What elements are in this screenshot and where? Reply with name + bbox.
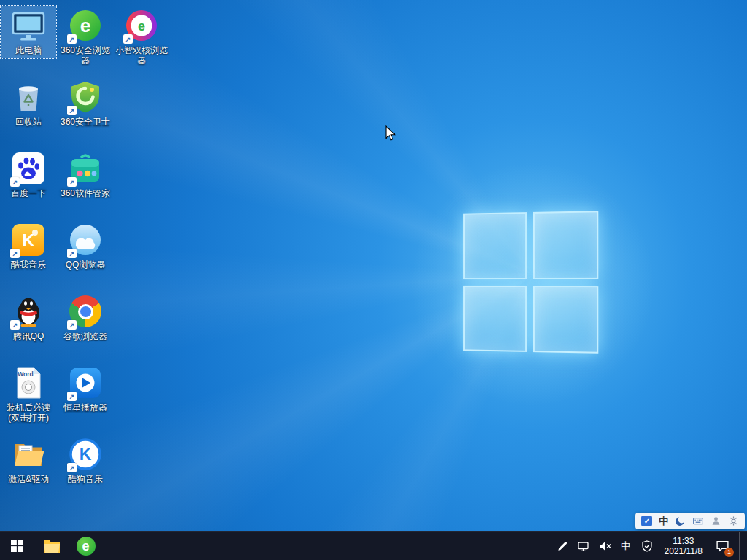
desktop-icon-label: 360安全浏览器 xyxy=(58,45,112,66)
qq-browser-icon: ↗ xyxy=(68,222,103,257)
keyboard-icon[interactable] xyxy=(692,516,704,526)
clock-time: 11:33 xyxy=(665,536,703,546)
desktop-icon-label: 谷歌浏览器 xyxy=(63,331,107,341)
clock-date: 2021/11/8 xyxy=(665,546,703,556)
desktop-icon-360-browser[interactable]: e ↗ 360安全浏览器 xyxy=(58,6,113,69)
volume-muted-icon[interactable] xyxy=(598,540,611,552)
star-player-icon: ↗ xyxy=(68,365,103,400)
shortcut-arrow-icon: ↗ xyxy=(67,177,77,187)
desktop-icon-label: 激活&驱动 xyxy=(8,474,49,484)
tencent-qq-icon: ↗ xyxy=(11,294,46,329)
clock[interactable]: 11:33 2021/11/8 xyxy=(665,536,703,556)
folder-icon xyxy=(11,437,46,472)
desktop-icon-360-safeguard[interactable]: ↗ 360安全卫士 xyxy=(58,77,113,130)
shortcut-arrow-icon: ↗ xyxy=(123,34,133,44)
desktop-icon-label: 恒星播放器 xyxy=(63,402,107,413)
network-icon[interactable] xyxy=(577,540,590,552)
file-explorer-button[interactable] xyxy=(34,532,69,560)
desktop-icon-qq-browser[interactable]: ↗ QQ浏览器 xyxy=(58,220,113,273)
windows-logo-pane xyxy=(463,212,526,279)
desktop[interactable]: 此电脑 回收站 ↗ 百度一下 K ↗ 酷我音乐 ↗ 腾讯QQ Word 装机后必… xyxy=(0,0,747,560)
start-icon xyxy=(11,540,23,552)
shortcut-arrow-icon: ↗ xyxy=(67,392,77,401)
taskbar: e 中 11:33 2021/11/8 1 xyxy=(0,531,747,560)
360-browser-icon: e ↗ xyxy=(68,8,103,43)
word-document-icon: Word xyxy=(11,365,46,400)
desktop-icon-label: 此电脑 xyxy=(15,45,42,55)
shortcut-arrow-icon: ↗ xyxy=(67,249,77,258)
desktop-icon-label: QQ浏览器 xyxy=(66,260,106,270)
xiaozhi-browser-icon: e ↗ xyxy=(124,8,159,43)
windows-logo-pane xyxy=(533,211,598,279)
desktop-icon-tencent-qq[interactable]: ↗ 腾讯QQ xyxy=(1,292,56,344)
ime-mode-chinese[interactable]: 中 xyxy=(659,515,668,528)
desktop-icon-star-player[interactable]: ↗ 恒星播放器 xyxy=(58,363,113,416)
360-software-manager-icon: ↗ xyxy=(68,151,103,186)
desktop-icon-label: 酷狗音乐 xyxy=(68,474,103,484)
desktop-icon-360-software-manager[interactable]: ↗ 360软件管家 xyxy=(58,149,113,201)
shortcut-arrow-icon: ↗ xyxy=(67,463,77,472)
desktop-icon-label: 360安全卫士 xyxy=(61,117,110,127)
start-button[interactable] xyxy=(0,532,34,560)
windows-logo xyxy=(463,211,598,354)
desktop-icon-kuwo-music[interactable]: K ↗ 酷我音乐 xyxy=(1,220,56,273)
desktop-icon-recycle-bin[interactable]: 回收站 xyxy=(1,77,56,130)
user-icon[interactable] xyxy=(711,516,721,526)
action-center-button[interactable]: 1 xyxy=(713,537,731,555)
shortcut-arrow-icon: ↗ xyxy=(67,34,77,44)
shortcut-arrow-icon: ↗ xyxy=(67,106,77,115)
windows-logo-pane xyxy=(533,286,598,354)
mouse-cursor xyxy=(384,125,400,141)
kugou-music-icon: K ↗ xyxy=(68,437,103,472)
desktop-icon-label: 腾讯QQ xyxy=(13,331,44,341)
desktop-icon-kugou-music[interactable]: K ↗ 酷狗音乐 xyxy=(58,435,113,487)
360-safeguard-shield-icon: ↗ xyxy=(68,79,103,114)
desktop-icon-label: 回收站 xyxy=(15,117,42,127)
this-pc-icon xyxy=(11,8,46,43)
baidu-icon: ↗ xyxy=(11,151,46,186)
shortcut-arrow-icon: ↗ xyxy=(67,320,77,330)
kuwo-music-icon: K ↗ xyxy=(11,222,46,257)
desktop-icon-label: 360软件管家 xyxy=(61,188,110,198)
ime-toolbar[interactable]: ✓ 中 xyxy=(635,513,745,529)
shortcut-arrow-icon: ↗ xyxy=(10,177,20,187)
desktop-icon-label: 装机后必读(双击打开) xyxy=(1,402,55,423)
desktop-icon-xiaozhi-browser[interactable]: e ↗ 小智双核浏览器 xyxy=(114,6,169,69)
desktop-icon-label: 小智双核浏览器 xyxy=(115,45,169,66)
desktop-icon-this-pc[interactable]: 此电脑 xyxy=(1,6,56,58)
recycle-bin-icon xyxy=(11,79,46,114)
svg-text:Word: Word xyxy=(18,370,34,378)
file-explorer-icon xyxy=(43,538,61,554)
desktop-icon-label: 酷我音乐 xyxy=(11,260,46,270)
desktop-icon-label: 百度一下 xyxy=(11,188,46,198)
pen-icon[interactable] xyxy=(556,540,569,552)
svg-text:e: e xyxy=(80,15,90,36)
notification-badge: 1 xyxy=(724,548,734,557)
svg-text:e: e xyxy=(138,19,145,34)
shortcut-arrow-icon: ↗ xyxy=(10,320,20,330)
desktop-icon-activation-drivers[interactable]: 激活&驱动 xyxy=(1,435,56,487)
desktop-icon-baidu[interactable]: ↗ 百度一下 xyxy=(1,149,56,201)
security-shield-check-icon[interactable] xyxy=(640,540,654,552)
shortcut-arrow-icon: ↗ xyxy=(10,249,20,258)
chrome-icon: ↗ xyxy=(68,294,103,329)
settings-gear-icon[interactable] xyxy=(728,516,739,526)
svg-text:K: K xyxy=(80,445,92,464)
360-browser-icon: e xyxy=(77,537,96,556)
show-desktop-button[interactable] xyxy=(739,532,743,560)
ime-logo-icon[interactable]: ✓ xyxy=(641,516,652,526)
moon-icon[interactable] xyxy=(675,516,686,526)
360-browser-taskbar-button[interactable]: e xyxy=(69,532,103,560)
desktop-icon-readme-doc[interactable]: Word 装机后必读(双击打开) xyxy=(1,363,56,426)
system-tray: 中 11:33 2021/11/8 1 xyxy=(556,532,747,560)
ime-language-indicator[interactable]: 中 xyxy=(619,540,632,552)
desktop-icon-chrome[interactable]: ↗ 谷歌浏览器 xyxy=(58,292,113,344)
windows-logo-pane xyxy=(463,285,526,351)
